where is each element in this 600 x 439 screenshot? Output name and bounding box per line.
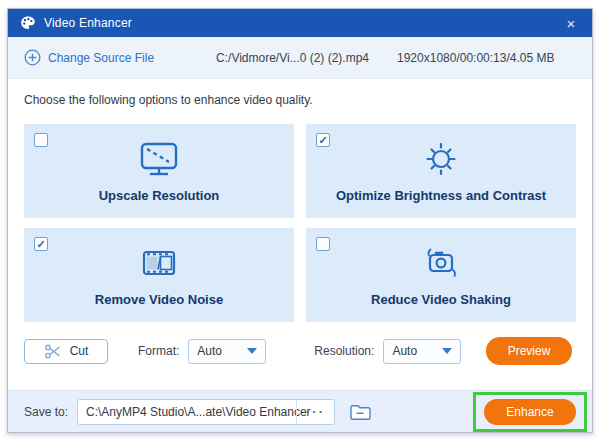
option-card-remove-noise[interactable]: ✓ Remove Video Noise <box>24 228 294 322</box>
camera-shake-icon <box>418 244 464 286</box>
annotation-highlight-box: Enhance <box>473 392 587 432</box>
resolution-dropdown[interactable]: Auto <box>383 339 461 364</box>
controls-row: Cut Format: Auto Resolution: Auto Previe… <box>24 337 576 365</box>
save-path-field[interactable]: C:\AnyMP4 Studio\A...ate\Video Enhancer <box>78 400 296 424</box>
option-label: Remove Video Noise <box>95 292 223 307</box>
source-file-bar: Change Source File C:/Vidmore/Vi...0 (2)… <box>8 37 592 79</box>
main-content: Choose the following options to enhance … <box>8 79 592 390</box>
options-grid: Upscale Resolution ✓ Optimize Brightness… <box>24 124 576 322</box>
option-label: Upscale Resolution <box>99 188 220 203</box>
option-card-reduce-shaking[interactable]: Reduce Video Shaking <box>306 228 576 322</box>
preview-button[interactable]: Preview <box>486 337 572 365</box>
checkbox-upscale-resolution[interactable] <box>34 133 48 147</box>
source-file-info: 1920x1080/00:00:13/4.05 MB <box>397 51 554 65</box>
close-button[interactable]: × <box>550 9 592 37</box>
format-label: Format: <box>138 344 179 358</box>
plus-circle-icon <box>24 49 41 66</box>
format-value: Auto <box>197 344 222 358</box>
change-source-file-label: Change Source File <box>48 51 154 65</box>
change-source-file-button[interactable]: Change Source File <box>24 49 154 66</box>
checkbox-optimize-brightness[interactable]: ✓ <box>316 133 330 147</box>
format-dropdown[interactable]: Auto <box>188 339 266 364</box>
filmstrip-icon <box>136 244 182 286</box>
cut-button[interactable]: Cut <box>24 339 108 364</box>
option-label: Optimize Brightness and Contrast <box>336 188 546 203</box>
resolution-label: Resolution: <box>314 344 374 358</box>
video-enhancer-window: Video Enhancer × Change Source File C:/V… <box>7 8 593 433</box>
checkbox-reduce-shaking[interactable] <box>316 237 330 251</box>
enhance-button[interactable]: Enhance <box>484 399 576 425</box>
app-palette-icon <box>20 15 36 31</box>
scissors-icon <box>44 344 61 359</box>
footer-bar: Save to: C:\AnyMP4 Studio\A...ate\Video … <box>8 390 592 432</box>
source-file-path: C:/Vidmore/Vi...0 (2) (2).mp4 <box>216 51 369 65</box>
open-folder-button[interactable] <box>348 402 372 422</box>
chevron-down-icon <box>442 348 452 354</box>
browse-button[interactable]: ··· <box>296 400 334 424</box>
title-bar: Video Enhancer × <box>8 9 592 37</box>
chevron-down-icon <box>247 348 257 354</box>
window-title: Video Enhancer <box>44 16 132 30</box>
checkbox-remove-noise[interactable]: ✓ <box>34 237 48 251</box>
cut-label: Cut <box>70 344 89 358</box>
option-label: Reduce Video Shaking <box>371 292 511 307</box>
option-card-optimize-brightness[interactable]: ✓ Optimize Brightness and Contrast <box>306 124 576 218</box>
instruction-text: Choose the following options to enhance … <box>24 93 576 107</box>
save-path-group: C:\AnyMP4 Studio\A...ate\Video Enhancer … <box>77 399 335 425</box>
save-to-label: Save to: <box>24 405 68 419</box>
resolution-value: Auto <box>392 344 417 358</box>
monitor-upscale-icon <box>136 140 182 182</box>
option-card-upscale-resolution[interactable]: Upscale Resolution <box>24 124 294 218</box>
brightness-sun-icon <box>418 140 464 182</box>
